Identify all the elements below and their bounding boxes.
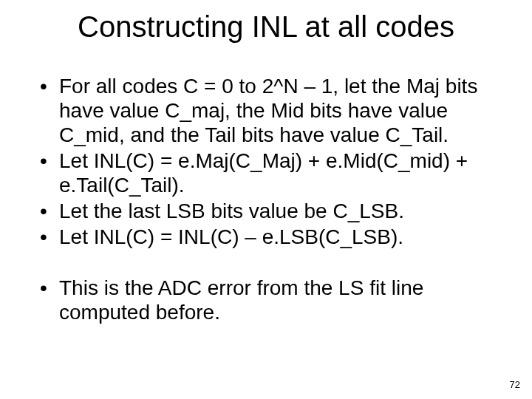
slide-title: Constructing INL at all codes	[0, 10, 532, 44]
slide-body: For all codes C = 0 to 2^N – 1, let the …	[40, 74, 502, 326]
bullet-item: Let INL(C) = INL(C) – e.LSB(C_LSB).	[40, 225, 502, 249]
slide: Constructing INL at all codes For all co…	[0, 0, 532, 399]
page-number: 72	[510, 379, 520, 390]
spacer	[40, 250, 502, 276]
bullet-item: Let the last LSB bits value be C_LSB.	[40, 199, 502, 223]
bullet-list-2: This is the ADC error from the LS fit li…	[40, 276, 502, 324]
bullet-item: Let INL(C) = e.Maj(C_Maj) + e.Mid(C_mid)…	[40, 149, 502, 197]
bullet-item: For all codes C = 0 to 2^N – 1, let the …	[40, 74, 502, 147]
bullet-item: This is the ADC error from the LS fit li…	[40, 276, 502, 324]
bullet-list: For all codes C = 0 to 2^N – 1, let the …	[40, 74, 502, 249]
